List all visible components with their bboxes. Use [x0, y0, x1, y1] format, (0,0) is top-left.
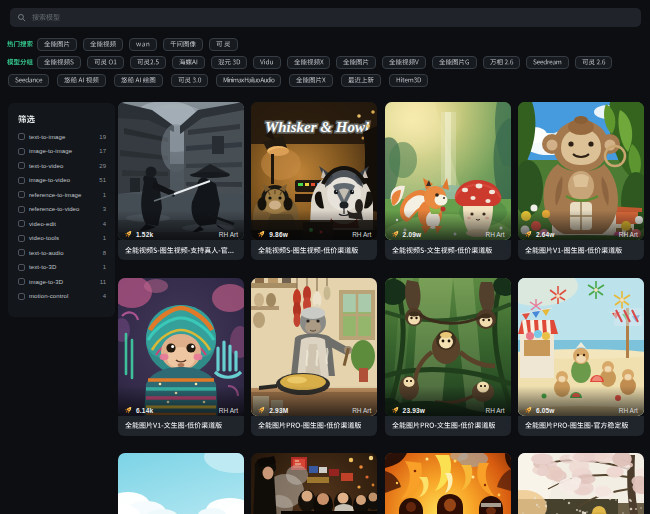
svg-text:Whisker & Howl: Whisker & Howl [265, 119, 370, 135]
